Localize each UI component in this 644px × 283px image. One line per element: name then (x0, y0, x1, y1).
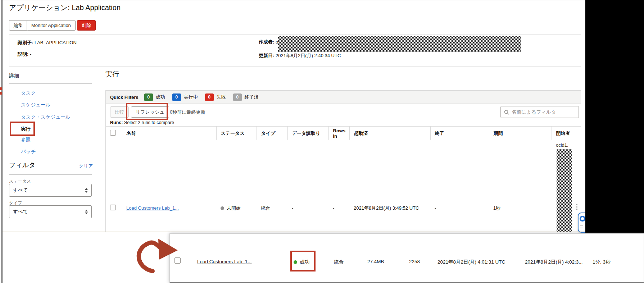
quick-filters-bar: Quick Filters 0 成功 0 実行中 0 失敗 0 終了済 (106, 91, 581, 104)
overlay-run-type: 統合 (334, 259, 344, 265)
annotation-box-success (290, 251, 316, 271)
last-updated-text: 0秒前に最終更新 (170, 109, 205, 115)
select-all-checkbox[interactable] (110, 130, 116, 136)
identifier-value: LAB_APPLICATION (35, 40, 77, 45)
overlay-run-duration: 1分, 3秒 (593, 259, 611, 265)
row-checkbox[interactable] (110, 205, 116, 210)
sidebar-divider (9, 83, 92, 84)
initiated-by-redacted-value (557, 149, 572, 232)
quick-filter-failed[interactable]: 0 失敗 (205, 93, 226, 101)
screenshot-canvas: アプリケーション: Lab Application 編集 Monitor App… (0, 0, 644, 283)
sidebar-item-task-schedules[interactable]: タスク・スケジュール (21, 114, 71, 120)
window-top-border (3, 0, 585, 0)
run-type: 統合 (257, 140, 287, 232)
help-widget-detail (580, 228, 583, 228)
edge-annotation-mark (0, 92, 2, 95)
overlay-run-data-read: 27.4MB (367, 259, 384, 264)
table-header-row: 名前 ステータス タイプ データ読取り Rows In 起動済 終了 期間 開始… (106, 127, 581, 140)
delete-button[interactable]: 削除 (77, 20, 96, 31)
not-started-status-icon (221, 206, 224, 210)
status-filter-value: すべて (13, 187, 28, 193)
search-icon (504, 110, 509, 115)
creator-row: 作成者: o (259, 39, 278, 45)
run-duration: 1秒 (489, 140, 552, 232)
run-started: 2021年8月2日(月) 3:49:52 UTC (349, 140, 430, 232)
run-status: 未開始 (227, 205, 241, 211)
running-count-badge: 0 (172, 93, 181, 101)
col-header-status[interactable]: ステータス (216, 127, 257, 140)
status-filter-select[interactable]: すべて (9, 184, 92, 197)
description-row: 説明: - (18, 51, 31, 57)
run-rows-in: - (328, 140, 349, 232)
description-value: - (30, 51, 31, 57)
col-header-type[interactable]: タイプ (257, 127, 287, 140)
filter-clear-link[interactable]: クリア (79, 163, 93, 169)
col-header-data-read[interactable]: データ読取り (287, 127, 328, 140)
col-header-started[interactable]: 起動済 (349, 127, 430, 140)
quick-filter-terminated[interactable]: 0 終了済 (233, 93, 259, 101)
help-widget-detail (580, 225, 583, 226)
sidebar-item-schedules[interactable]: スケジュール (21, 102, 51, 108)
annotation-box-refresh (126, 103, 168, 120)
failed-count-badge: 0 (205, 93, 214, 101)
sidebar-item-references[interactable]: 参照 (21, 137, 31, 143)
select-stepper-icon (85, 210, 88, 214)
col-header-ended[interactable]: 終了 (430, 127, 489, 140)
row-actions-kebab-icon[interactable] (576, 204, 577, 205)
identifier-label: 識別子: (18, 40, 33, 45)
filter-heading: フィルタ (9, 161, 36, 169)
select-stepper-icon (85, 188, 88, 193)
help-ring-icon (580, 216, 585, 222)
quick-filters-label: Quick Filters (110, 95, 139, 100)
table-row: Load Customers Lab_1... 未開始 統合 - - 2021年… (106, 140, 581, 232)
description-label: 説明: (18, 51, 28, 57)
page-title: アプリケーション: Lab Application (9, 3, 121, 13)
runs-panel: Quick Filters 0 成功 0 実行中 0 失敗 0 終了済 比較 リ… (105, 90, 581, 232)
overlay-run-name-link[interactable]: Load Customers Lab_1... (197, 259, 252, 264)
type-filter-value: すべて (13, 209, 28, 215)
help-widget[interactable] (578, 213, 585, 233)
col-header-initiated-by[interactable]: 開始者 (552, 127, 581, 140)
window-left-border (1, 0, 3, 283)
updated-row: 更新日: 2021年8月2日(月) 2:40:34 UTC (259, 53, 341, 59)
creator-redacted-value (278, 36, 521, 52)
col-header-name[interactable]: 名前 (122, 127, 216, 140)
zoomed-run-row-overlay: Load Customers Lab_1... 成功 統合 27.4MB 225… (169, 233, 644, 283)
run-ended: - (430, 140, 489, 232)
updated-label: 更新日: (259, 53, 274, 58)
search-placeholder: 名前によるフィルタ (512, 109, 556, 115)
window-bottom-border (3, 232, 585, 232)
col-header-duration[interactable]: 期間 (489, 127, 552, 140)
sidebar-details-heading: 詳細 (9, 73, 19, 79)
application-info-panel: 識別子: LAB_APPLICATION 説明: - 作成者: o 更新日: 2… (9, 34, 581, 67)
terminated-count-badge: 0 (233, 93, 242, 101)
edge-annotation-mark (0, 87, 2, 90)
annotation-arrow (127, 227, 181, 280)
run-name-link[interactable]: Load Customers Lab_1... (126, 205, 179, 211)
name-filter-search[interactable]: 名前によるフィルタ (500, 106, 579, 118)
col-header-rows-in[interactable]: Rows In (328, 127, 349, 140)
runs-hint: Runs: Select 2 runs to compare (110, 120, 174, 125)
quick-filter-success[interactable]: 0 成功 (144, 93, 165, 101)
monitor-application-button[interactable]: Monitor Application (27, 20, 76, 31)
runs-table: 名前 ステータス タイプ データ読取り Rows In 起動済 終了 期間 開始… (106, 126, 581, 232)
success-count-badge: 0 (144, 93, 153, 101)
sidebar-item-patches[interactable]: パッチ (21, 149, 36, 155)
overlay-run-rows-in: 2258 (409, 259, 420, 264)
creator-label: 作成者: (259, 39, 274, 45)
identifier-row: 識別子: LAB_APPLICATION (18, 40, 77, 46)
edit-button[interactable]: 編集 (9, 20, 28, 31)
filter-divider (9, 174, 92, 175)
updated-value: 2021年8月2日(月) 2:40:34 UTC (276, 53, 341, 58)
annotation-box-runs (10, 122, 35, 136)
run-initiated-by: ocid1. (552, 140, 581, 232)
background-black-band (585, 0, 644, 233)
runs-section-heading: 実行 (105, 70, 119, 79)
sidebar-item-tasks[interactable]: タスク (21, 90, 36, 96)
type-filter-select[interactable]: すべて (9, 205, 92, 218)
quick-filter-running[interactable]: 0 実行中 (172, 93, 198, 101)
overlay-run-started: 2021年8月2日(月) 4:01:31 UTC (437, 259, 505, 265)
run-data-read: - (287, 140, 328, 232)
overlay-run-ended: 2021年8月2日(月) 4:02:3... (525, 259, 583, 265)
